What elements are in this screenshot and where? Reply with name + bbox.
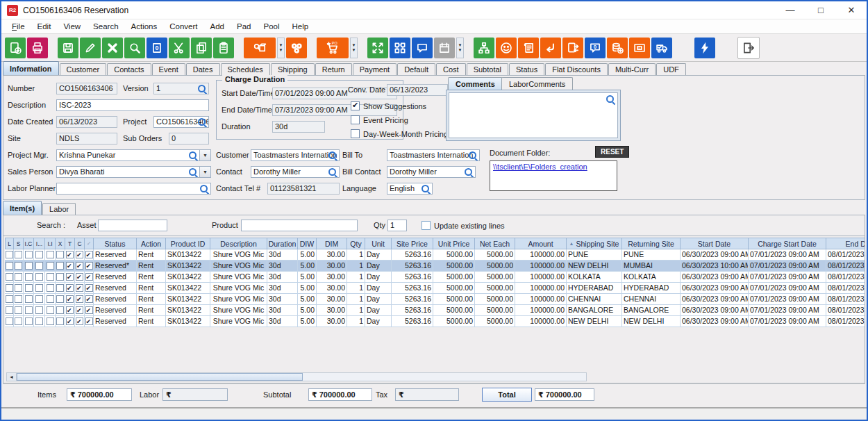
row-checkbox-L[interactable]: [6, 306, 13, 314]
return-button[interactable]: [540, 38, 561, 58]
quick-action-button[interactable]: [694, 38, 715, 58]
column-header-I.C[interactable]: I.C: [24, 238, 34, 249]
column-header-L[interactable]: L: [5, 238, 14, 249]
row-checkbox-check[interactable]: [85, 284, 93, 292]
bill-to-field[interactable]: Toastmasters Internation: [387, 149, 480, 161]
row-checkbox-I.I[interactable]: [47, 284, 54, 292]
row-checkbox-L[interactable]: [6, 317, 13, 325]
search-icon[interactable]: [328, 168, 337, 177]
transfer-clipboard-button[interactable]: [562, 38, 583, 58]
find-product-button[interactable]: [244, 38, 276, 58]
contact-tel-field[interactable]: 01123581321: [267, 183, 340, 195]
tab-default[interactable]: Default: [397, 63, 435, 75]
table-row-4[interactable]: ReservedRentSK013422Shure VOG Mic30d5.00…: [5, 283, 865, 294]
tab-comments[interactable]: Comments: [448, 77, 503, 90]
tab-contacts[interactable]: Contacts: [107, 63, 151, 75]
row-checkbox-L[interactable]: [6, 262, 13, 270]
row-checkbox-C[interactable]: [76, 262, 83, 270]
search-button[interactable]: [124, 38, 145, 58]
delete-button[interactable]: [102, 38, 123, 58]
row-checkbox-L[interactable]: [6, 295, 13, 303]
table-row-7[interactable]: ReservedRentSK013422Shure VOG Mic30d5.00…: [5, 316, 865, 327]
tab-customer[interactable]: Customer: [60, 63, 107, 75]
row-checkbox-I.C[interactable]: [25, 273, 33, 281]
calendar-button[interactable]: [434, 38, 455, 58]
column-header-I...[interactable]: I...: [34, 238, 45, 249]
customer-smiley-button[interactable]: [496, 38, 517, 58]
update-existing-lines-checkbox[interactable]: Update existing lines: [422, 221, 505, 230]
column-header-X[interactable]: X: [56, 238, 65, 249]
row-checkbox-X[interactable]: [56, 273, 64, 281]
table-row-3[interactable]: ReservedRentSK013422Shure VOG Mic30d5.00…: [5, 272, 865, 283]
search-icon[interactable]: [198, 85, 207, 94]
sales-person-dropdown[interactable]: ▼: [199, 166, 211, 178]
table-row-1[interactable]: ReservedRentSK013422Shure VOG Mic30d5.00…: [5, 249, 865, 261]
column-header-I.I[interactable]: I.I: [45, 238, 56, 249]
row-checkbox-I...[interactable]: [35, 317, 43, 325]
row-checkbox-C[interactable]: [76, 273, 83, 281]
event-pricing-checkbox[interactable]: Event Pricing: [351, 115, 408, 124]
new-document-button[interactable]: [5, 38, 26, 58]
row-checkbox-T[interactable]: [66, 251, 74, 258]
tab-information[interactable]: Information: [3, 61, 59, 75]
tab-subtotal[interactable]: Subtotal: [467, 63, 508, 75]
column-header-returning-site[interactable]: Returning Site: [622, 238, 681, 249]
row-checkbox-I...[interactable]: [35, 273, 43, 281]
site-field[interactable]: NDLS: [56, 133, 117, 145]
table-row-2[interactable]: Reserved*RentSK013422Shure VOG Mic30d5.0…: [5, 261, 865, 272]
row-checkbox-S[interactable]: [15, 317, 22, 325]
layout-grid-button[interactable]: [390, 38, 410, 58]
project-field[interactable]: CO1506163406: [153, 116, 209, 128]
row-checkbox-I.C[interactable]: [25, 251, 33, 258]
contact-field[interactable]: Dorothy Miller: [251, 166, 340, 178]
scrollbar-thumb[interactable]: [17, 373, 303, 381]
column-header-check[interactable]: ✓: [85, 238, 94, 249]
row-checkbox-I.C[interactable]: [25, 262, 33, 270]
row-checkbox-I.I[interactable]: [47, 306, 54, 314]
add-to-cart-button[interactable]: PO: [317, 38, 349, 58]
tab-labor-comments[interactable]: LaborComments: [501, 77, 573, 90]
menu-actions[interactable]: Actions: [125, 21, 164, 32]
version-field[interactable]: 1: [153, 83, 209, 94]
duration-field[interactable]: 30d: [272, 121, 325, 133]
column-header-start-date[interactable]: Start Date: [681, 238, 749, 249]
org-chart-button[interactable]: [474, 38, 494, 58]
product-input[interactable]: [241, 220, 358, 231]
row-checkbox-I.I[interactable]: [47, 295, 54, 303]
row-checkbox-I...[interactable]: [35, 306, 43, 314]
language-field[interactable]: English: [387, 183, 433, 195]
column-header-charge-start-date[interactable]: Charge Start Date: [749, 238, 826, 249]
row-checkbox-check[interactable]: [85, 262, 93, 270]
row-checkbox-X[interactable]: [56, 284, 64, 292]
row-checkbox-T[interactable]: [66, 295, 74, 303]
row-checkbox-check[interactable]: [85, 306, 93, 314]
row-checkbox-I...[interactable]: [35, 295, 43, 303]
column-header-unit-price[interactable]: Unit Price: [433, 238, 475, 249]
tab-return[interactable]: Return: [315, 63, 352, 75]
row-checkbox-L[interactable]: [6, 284, 13, 292]
menu-search[interactable]: Search: [87, 21, 124, 32]
number-field[interactable]: CO1506163406: [56, 83, 117, 94]
row-checkbox-X[interactable]: [56, 295, 64, 303]
row-checkbox-T[interactable]: [66, 317, 74, 325]
column-header-T[interactable]: T: [65, 238, 75, 249]
search-icon[interactable]: [465, 168, 474, 177]
search-icon[interactable]: [606, 95, 615, 104]
sub-orders-field[interactable]: 0: [169, 133, 209, 145]
add-to-cart-dropdown[interactable]: ▼▼: [350, 38, 358, 58]
row-checkbox-check[interactable]: [85, 317, 93, 325]
column-header-product-id[interactable]: Product ID: [166, 238, 210, 249]
tab-event[interactable]: Event: [152, 63, 185, 75]
tab-payment[interactable]: Payment: [353, 63, 397, 75]
row-checkbox-T[interactable]: [66, 273, 74, 281]
customer-field[interactable]: Toastmasters Internation: [251, 149, 340, 161]
row-checkbox-C[interactable]: [76, 295, 83, 303]
column-header-description[interactable]: Description: [210, 238, 267, 249]
edit-button[interactable]: [80, 38, 101, 58]
menu-help[interactable]: Help: [286, 21, 315, 32]
tab-status[interactable]: Status: [509, 63, 544, 75]
search-icon[interactable]: [328, 151, 337, 160]
add-charges-button[interactable]: [607, 38, 628, 58]
calendar-dropdown[interactable]: ▼▼: [456, 38, 464, 58]
row-checkbox-I...[interactable]: [35, 262, 43, 270]
